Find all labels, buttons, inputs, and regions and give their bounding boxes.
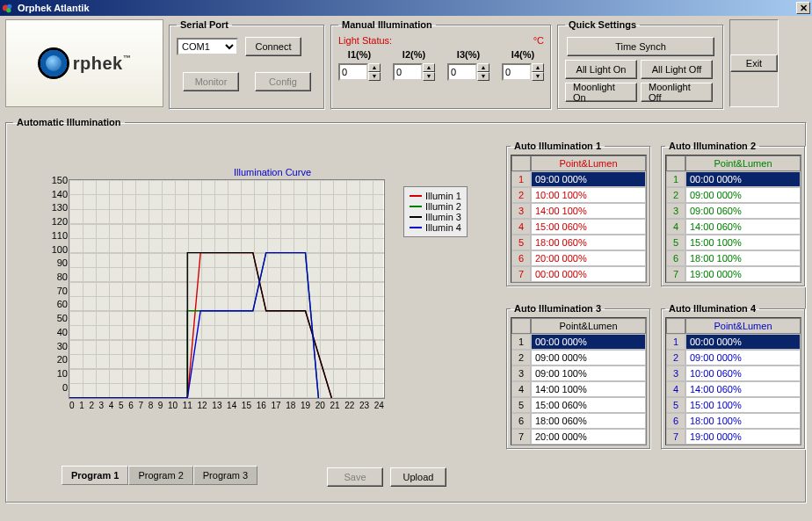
- app-icon: [2, 2, 14, 14]
- legend-line-icon: [410, 195, 422, 197]
- legend-line-icon: [410, 227, 422, 228]
- table-row[interactable]: 109:00 000%: [511, 171, 646, 187]
- legend-item: Illumin 3: [410, 212, 461, 222]
- table-row[interactable]: 210:00 100%: [511, 187, 646, 203]
- table-row[interactable]: 314:00 100%: [511, 203, 646, 219]
- table-row[interactable]: 719:00 000%: [666, 429, 801, 445]
- save-button[interactable]: Save: [327, 467, 383, 487]
- all-light-off-button[interactable]: All Light Off: [641, 60, 713, 79]
- auto-illum-2-table[interactable]: Point&Lumen100:00 000%209:00 000%309:00 …: [665, 155, 801, 283]
- manual-col-label: I2(%): [393, 49, 435, 60]
- auto-illum-4-legend: Auto Illumination 4: [665, 303, 759, 314]
- exit-button[interactable]: Exit: [730, 54, 778, 72]
- svg-point-1: [7, 4, 11, 9]
- table-row[interactable]: 209:00 000%: [511, 350, 646, 365]
- auto-illum-3-group: Auto Illumination 3Point&Lumen100:00 000…: [506, 303, 651, 450]
- manual-i1-input[interactable]: [338, 63, 368, 81]
- logo-icon: [38, 47, 69, 79]
- auto-legend: Automatic Illumination: [13, 117, 125, 127]
- table-row[interactable]: 518:00 060%: [511, 235, 646, 250]
- tab-program-3[interactable]: Program 3: [193, 466, 257, 485]
- config-button[interactable]: Config: [255, 72, 311, 91]
- table-row[interactable]: 515:00 100%: [666, 235, 801, 250]
- manual-col-label: I1(%): [338, 49, 381, 60]
- spin-down-icon[interactable]: ▼: [532, 72, 544, 81]
- table-row[interactable]: 720:00 000%: [511, 429, 646, 445]
- serial-port-combo[interactable]: COM1: [177, 38, 238, 55]
- table-row[interactable]: 719:00 000%: [666, 266, 801, 282]
- legend-item: Illumin 2: [410, 201, 461, 212]
- table-row[interactable]: 515:00 100%: [666, 397, 801, 413]
- table-row[interactable]: 620:00 000%: [511, 250, 646, 266]
- manual-col-label: I4(%): [502, 49, 544, 60]
- table-row[interactable]: 414:00 100%: [511, 381, 646, 397]
- table-row[interactable]: 100:00 000%: [666, 334, 801, 350]
- chart-x-ticks: 0123456789101112131415161718192021222324: [69, 401, 384, 410]
- monitor-button[interactable]: Monitor: [183, 72, 239, 91]
- spin-up-icon[interactable]: ▲: [368, 63, 381, 72]
- table-row[interactable]: 100:00 000%: [511, 334, 646, 350]
- table-row[interactable]: 309:00 100%: [511, 365, 646, 381]
- chart-plot: 1501401301201101009080706050403020100 01…: [69, 179, 385, 399]
- tab-program-2[interactable]: Program 2: [128, 466, 192, 485]
- table-row[interactable]: 209:00 000%: [666, 187, 801, 203]
- svg-point-2: [6, 8, 11, 12]
- table-row[interactable]: 618:00 060%: [511, 413, 646, 429]
- table-row[interactable]: 309:00 060%: [666, 203, 801, 219]
- table-row[interactable]: 618:00 100%: [666, 250, 801, 266]
- connect-button[interactable]: Connect: [245, 37, 301, 56]
- auto-illum-1-legend: Auto Illumination 1: [511, 141, 605, 151]
- spin-up-icon[interactable]: ▲: [532, 63, 544, 72]
- window-titlebar: Orphek Atlantik ✕: [0, 0, 812, 16]
- chart-y-ticks: 1501401301201101009080706050403020100: [48, 175, 68, 393]
- table-row[interactable]: 414:00 060%: [666, 381, 801, 397]
- moonlight-on-button[interactable]: Moonlight On: [565, 83, 637, 102]
- all-light-on-button[interactable]: All Light On: [565, 60, 637, 79]
- window-title: Orphek Atlantik: [18, 3, 90, 13]
- spin-down-icon[interactable]: ▼: [423, 72, 435, 81]
- auto-illum-3-table[interactable]: Point&Lumen100:00 000%209:00 000%309:00 …: [511, 317, 647, 445]
- auto-illum-1-group: Auto Illumination 1Point&Lumen109:00 000…: [506, 141, 651, 287]
- window-close-button[interactable]: ✕: [796, 2, 810, 14]
- tab-program-1[interactable]: Program 1: [62, 466, 128, 485]
- time-synch-button[interactable]: Time Synch: [567, 37, 714, 56]
- auto-illum-4-group: Auto Illumination 4Point&Lumen100:00 000…: [661, 303, 806, 450]
- legend-line-icon: [410, 216, 422, 218]
- manual-i4-input[interactable]: [502, 63, 532, 81]
- temp-unit: °C: [533, 35, 544, 46]
- upload-button[interactable]: Upload: [390, 467, 446, 487]
- spin-up-icon[interactable]: ▲: [423, 63, 435, 72]
- exit-panel: Exit: [729, 19, 779, 107]
- table-row[interactable]: 415:00 060%: [511, 219, 646, 235]
- logo-text: rphek™: [73, 54, 131, 74]
- table-row[interactable]: 310:00 060%: [666, 365, 801, 381]
- legend-line-icon: [410, 206, 422, 207]
- auto-illum-4-table[interactable]: Point&Lumen100:00 000%209:00 000%310:00 …: [665, 317, 801, 445]
- quick-legend: Quick Settings: [565, 19, 640, 30]
- spin-down-icon[interactable]: ▼: [477, 72, 489, 81]
- spin-up-icon[interactable]: ▲: [477, 63, 489, 72]
- manual-col-label: I3(%): [447, 49, 489, 60]
- table-row[interactable]: 618:00 100%: [666, 413, 801, 429]
- table-row[interactable]: 414:00 060%: [666, 219, 801, 235]
- manual-i2-input[interactable]: [393, 63, 423, 81]
- chart-legend: Illumin 1Illumin 2Illumin 3Illumin 4: [403, 186, 468, 237]
- quick-settings-group: Quick Settings Time Synch All Light On A…: [557, 19, 724, 110]
- chart-series-3: [69, 253, 331, 398]
- manual-legend: Manual Illumination: [338, 19, 436, 30]
- serial-port-legend: Serial Port: [177, 19, 232, 30]
- table-row[interactable]: 209:00 000%: [666, 350, 801, 365]
- table-row[interactable]: 515:00 060%: [511, 397, 646, 413]
- moonlight-off-button[interactable]: Moonlight Off: [641, 83, 713, 102]
- table-row[interactable]: 100:00 000%: [666, 171, 801, 187]
- logo-panel: rphek™: [5, 19, 163, 107]
- close-icon: ✕: [800, 4, 808, 13]
- light-status-label: Light Status:: [338, 35, 392, 46]
- manual-i3-input[interactable]: [447, 63, 477, 81]
- spin-down-icon[interactable]: ▼: [368, 72, 381, 81]
- auto-illum-2-legend: Auto Illumination 2: [665, 141, 759, 151]
- chart-title: Illumination Curve: [53, 167, 492, 177]
- serial-port-group: Serial Port COM1 Connect Monitor Config: [169, 19, 325, 110]
- auto-illum-1-table[interactable]: Point&Lumen109:00 000%210:00 100%314:00 …: [511, 155, 647, 283]
- table-row[interactable]: 700:00 000%: [511, 266, 646, 282]
